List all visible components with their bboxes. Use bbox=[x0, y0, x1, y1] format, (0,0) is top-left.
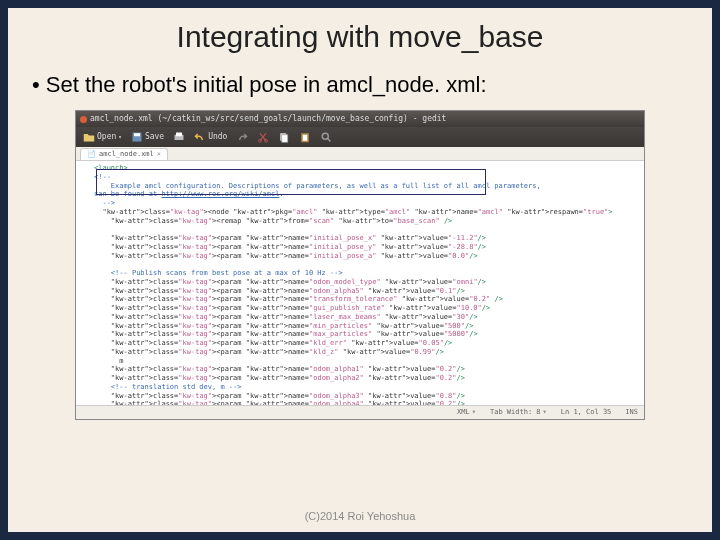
status-insert-mode: INS bbox=[625, 408, 638, 417]
code-editor-area[interactable]: <launch> <!-- Example amcl configuration… bbox=[76, 161, 644, 405]
print-button[interactable] bbox=[170, 130, 188, 144]
slide-footer: (C)2014 Roi Yehoshua bbox=[8, 510, 712, 522]
editor-tab-bar: 📄 amcl_node.xml × bbox=[76, 147, 644, 161]
presentation-slide: Integrating with move_base Set the robot… bbox=[8, 8, 712, 532]
svg-point-10 bbox=[323, 133, 329, 139]
undo-label: Undo bbox=[208, 132, 227, 142]
open-button[interactable]: Open ▾ bbox=[80, 130, 125, 144]
file-tab[interactable]: 📄 amcl_node.xml × bbox=[80, 148, 168, 160]
save-icon bbox=[131, 131, 143, 143]
slide-title: Integrating with move_base bbox=[28, 20, 692, 54]
editor-statusbar: XML ▾ Tab Width: 8 ▾ Ln 1, Col 35 INS bbox=[76, 405, 644, 419]
print-icon bbox=[173, 131, 185, 143]
tab-label: amcl_node.xml bbox=[99, 150, 154, 159]
find-button[interactable] bbox=[317, 130, 335, 144]
svg-rect-3 bbox=[176, 133, 182, 137]
window-title-text: amcl_node.xml (~/catkin_ws/src/send_goal… bbox=[90, 114, 446, 124]
search-icon bbox=[320, 131, 332, 143]
gedit-window: amcl_node.xml (~/catkin_ws/src/send_goal… bbox=[75, 110, 645, 420]
paste-icon bbox=[299, 131, 311, 143]
status-language[interactable]: XML ▾ bbox=[457, 408, 476, 417]
open-icon bbox=[83, 131, 95, 143]
close-window-icon[interactable] bbox=[80, 116, 87, 123]
tab-close-icon[interactable]: × bbox=[157, 150, 161, 159]
copy-icon bbox=[278, 131, 290, 143]
cut-icon bbox=[257, 131, 269, 143]
save-label: Save bbox=[145, 132, 164, 142]
copy-button[interactable] bbox=[275, 130, 293, 144]
redo-icon bbox=[236, 131, 248, 143]
svg-rect-9 bbox=[303, 135, 308, 141]
svg-rect-7 bbox=[282, 135, 288, 143]
save-button[interactable]: Save bbox=[128, 130, 167, 144]
status-tabwidth[interactable]: Tab Width: 8 ▾ bbox=[490, 408, 547, 417]
file-icon: 📄 bbox=[87, 150, 96, 159]
paste-button[interactable] bbox=[296, 130, 314, 144]
window-titlebar: amcl_node.xml (~/catkin_ws/src/send_goal… bbox=[76, 111, 644, 127]
dropdown-icon: ▾ bbox=[118, 133, 122, 141]
undo-button[interactable]: Undo bbox=[191, 130, 230, 144]
svg-rect-1 bbox=[134, 133, 140, 136]
cut-button[interactable] bbox=[254, 130, 272, 144]
undo-icon bbox=[194, 131, 206, 143]
open-label: Open bbox=[97, 132, 116, 142]
status-cursor-pos: Ln 1, Col 35 bbox=[561, 408, 612, 417]
bullet-item: Set the robot's initial pose in amcl_nod… bbox=[28, 72, 692, 98]
redo-button[interactable] bbox=[233, 130, 251, 144]
editor-toolbar: Open ▾ Save Undo bbox=[76, 127, 644, 147]
